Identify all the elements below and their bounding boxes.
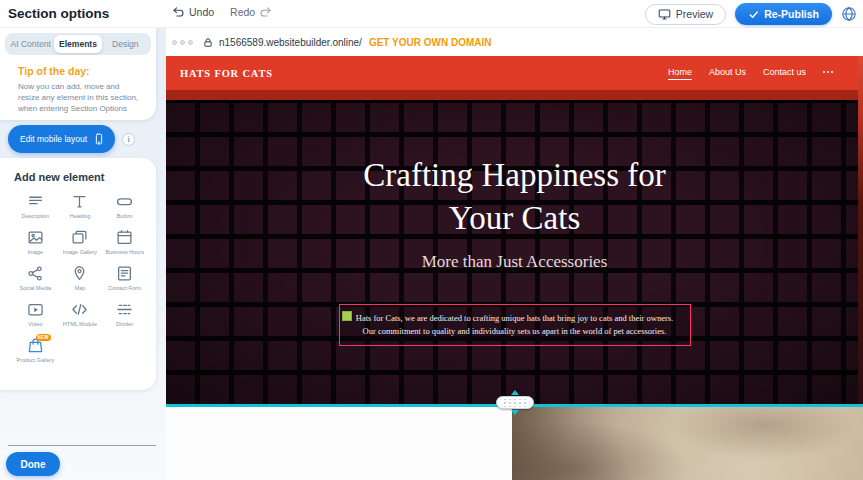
site-logo[interactable]: HATS FOR CATS xyxy=(180,68,273,79)
undo-icon xyxy=(172,5,185,18)
redo-button[interactable]: Redo xyxy=(230,5,272,18)
preview-label: Preview xyxy=(676,8,713,20)
arrow-up-icon xyxy=(511,390,519,395)
site-nav: Home About Us Contact us xyxy=(668,67,833,80)
heading-icon xyxy=(71,193,88,210)
element-description[interactable]: Description xyxy=(14,193,57,220)
selected-text-element[interactable]: Hats for Cats, we are dedicated to craft… xyxy=(339,304,691,346)
nav-about-us[interactable]: About Us xyxy=(709,67,746,79)
element-social-media[interactable]: Social Media xyxy=(14,265,57,292)
arrow-down-icon xyxy=(511,410,519,415)
info-icon[interactable] xyxy=(122,133,135,146)
tip-of-the-day: Tip of the day: Now you can add, move an… xyxy=(5,55,151,115)
drag-grip[interactable] xyxy=(496,396,534,409)
element-video[interactable]: Video xyxy=(14,301,57,328)
edit-mobile-layout-button[interactable]: Edit mobile layout xyxy=(8,125,115,153)
undo-button[interactable]: Undo xyxy=(172,5,214,18)
undo-label: Undo xyxy=(189,6,214,18)
page-title: Section options xyxy=(8,6,109,21)
site-url: n1566589.websitebuilder.online/ xyxy=(219,37,362,48)
add-element-title: Add new element xyxy=(14,171,146,183)
republish-button[interactable]: Re-Publish xyxy=(735,3,832,25)
check-icon xyxy=(748,9,759,20)
window-dot-icon xyxy=(172,40,177,45)
tip-body: Now you can add, move and resize any ele… xyxy=(18,81,142,115)
history-controls: Undo Redo xyxy=(172,5,272,18)
topbar: Section options Undo Redo Preview Re-Pub… xyxy=(0,0,863,28)
preview-canvas: n1566589.websitebuilder.online/ GET YOUR… xyxy=(166,28,863,480)
element-business-hours[interactable]: Business Hours xyxy=(103,229,146,256)
mobile-layout-row: Edit mobile layout xyxy=(8,125,135,153)
language-globe-icon[interactable] xyxy=(841,6,857,22)
hero-section[interactable]: Crafting Happiness for Your Cats More th… xyxy=(166,100,863,404)
window-dot-icon xyxy=(188,40,193,45)
add-element-panel: Add new element Description Heading Butt… xyxy=(0,158,156,390)
image-icon xyxy=(27,229,44,246)
button-icon xyxy=(116,193,133,210)
redo-label: Redo xyxy=(230,6,255,18)
element-button[interactable]: Button xyxy=(103,193,146,220)
nav-home[interactable]: Home xyxy=(668,67,692,80)
resize-handle[interactable] xyxy=(342,311,352,321)
element-heading[interactable]: Heading xyxy=(59,193,102,220)
element-divider[interactable]: Divider xyxy=(103,301,146,328)
mobile-phone-icon xyxy=(93,132,105,146)
new-badge: NEW xyxy=(36,334,51,341)
redo-icon xyxy=(259,5,272,18)
contact-form-icon xyxy=(116,265,133,282)
sidebar: AI Content Elements Design Tip of the da… xyxy=(0,28,166,480)
done-button[interactable]: Done xyxy=(6,452,60,476)
app-root: Section options Undo Redo Preview Re-Pub… xyxy=(0,0,863,480)
map-icon xyxy=(71,265,88,282)
preview-scrollbar[interactable] xyxy=(858,56,863,404)
browser-bar: n1566589.websitebuilder.online/ GET YOUR… xyxy=(166,28,863,56)
hero-paragraph: Hats for Cats, we are dedicated to craft… xyxy=(350,312,680,338)
element-image-gallery[interactable]: Image Gallery xyxy=(59,229,102,256)
monitor-icon xyxy=(658,8,671,21)
grip-dots-icon xyxy=(504,399,526,407)
tab-ai-content[interactable]: AI Content xyxy=(7,35,54,53)
tab-elements[interactable]: Elements xyxy=(54,35,101,53)
sidebar-top-card: AI Content Elements Design Tip of the da… xyxy=(0,28,156,120)
nav-contact-us[interactable]: Contact us xyxy=(763,67,806,79)
hero-subheading[interactable]: More than Just Accessories xyxy=(422,252,608,272)
divider-icon xyxy=(116,301,133,318)
nav-more-icon[interactable] xyxy=(823,71,833,75)
element-product-gallery[interactable]: NEW Product Gallery xyxy=(14,337,57,364)
tip-title: Tip of the day: xyxy=(18,65,142,77)
header-accent-band xyxy=(166,90,863,100)
image-gallery-icon xyxy=(71,229,88,246)
hero-heading[interactable]: Crafting Happiness for Your Cats xyxy=(363,154,665,240)
window-dot-icon xyxy=(180,40,185,45)
html-module-icon xyxy=(71,301,88,318)
tab-design[interactable]: Design xyxy=(102,35,149,53)
section-photo[interactable] xyxy=(512,407,863,480)
element-image[interactable]: Image xyxy=(14,229,57,256)
business-hours-icon xyxy=(116,229,133,246)
element-html-module[interactable]: HTML Module xyxy=(59,301,102,328)
sidebar-divider xyxy=(8,445,156,446)
lock-icon xyxy=(203,37,213,48)
get-domain-link[interactable]: GET YOUR OWN DOMAIN xyxy=(369,37,492,48)
element-map[interactable]: Map xyxy=(59,265,102,292)
next-section[interactable] xyxy=(166,407,863,480)
description-icon xyxy=(27,193,44,210)
social-media-icon xyxy=(27,265,44,282)
republish-label: Re-Publish xyxy=(764,8,819,20)
sidebar-tabs: AI Content Elements Design xyxy=(5,33,151,55)
section-resize-handle[interactable] xyxy=(496,390,534,415)
element-grid: Description Heading Button Image Image G… xyxy=(14,193,146,363)
video-icon xyxy=(27,301,44,318)
site-header: HATS FOR CATS Home About Us Contact us xyxy=(166,56,863,90)
element-contact-form[interactable]: Contact Form xyxy=(103,265,146,292)
edit-mobile-layout-label: Edit mobile layout xyxy=(20,134,87,144)
preview-button[interactable]: Preview xyxy=(645,4,726,25)
topbar-actions: Preview Re-Publish xyxy=(645,3,857,25)
